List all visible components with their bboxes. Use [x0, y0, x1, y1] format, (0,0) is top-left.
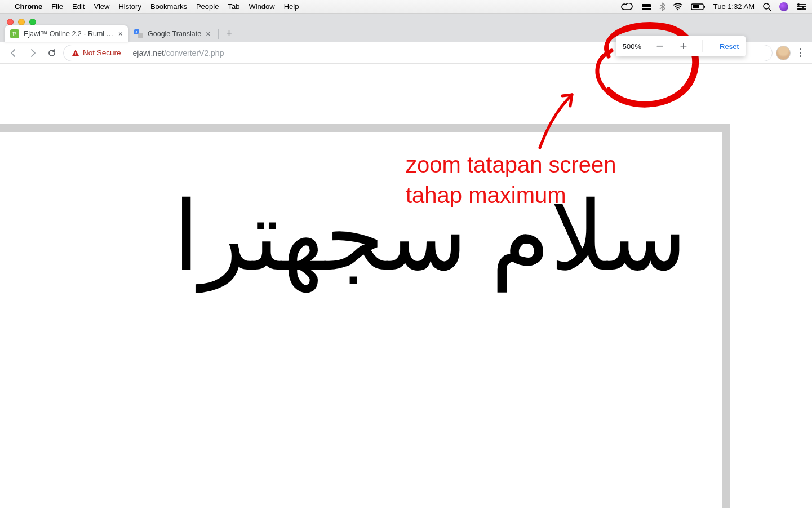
disk-icon[interactable] — [641, 3, 651, 11]
svg-text:A: A — [135, 30, 137, 34]
svg-rect-15 — [138, 33, 143, 38]
url-path: /converterV2.php — [164, 48, 224, 58]
svg-point-6 — [764, 3, 769, 9]
window-close-button[interactable] — [7, 19, 14, 25]
menu-window[interactable]: Window — [249, 2, 274, 11]
zoom-out-button[interactable]: − — [655, 40, 665, 52]
warning-triangle-icon — [72, 49, 79, 57]
annotation-line-1: zoom tatapan screen — [406, 149, 616, 180]
menu-view[interactable]: View — [94, 2, 109, 11]
back-button[interactable] — [6, 45, 21, 61]
svg-rect-0 — [642, 4, 651, 7]
url-host: ejawi.net — [133, 48, 164, 58]
zoom-popup: 500% − + Reset — [616, 36, 746, 56]
svg-rect-18 — [75, 54, 76, 55]
menubar-clock[interactable]: Tue 1:32 AM — [713, 2, 755, 11]
menu-tab[interactable]: Tab — [228, 2, 239, 11]
menu-help[interactable]: Help — [284, 2, 299, 11]
bluetooth-icon[interactable] — [659, 2, 665, 11]
menu-file[interactable]: File — [51, 2, 63, 11]
wifi-icon[interactable] — [673, 3, 683, 11]
menu-people[interactable]: People — [196, 2, 219, 11]
tab-google-translate[interactable]: A Google Translate × — [128, 25, 216, 42]
menu-edit[interactable]: Edit — [72, 2, 85, 11]
annotation-line-2: tahap maximum — [406, 180, 616, 210]
forward-button[interactable] — [25, 45, 41, 61]
page-viewport: سلام سجهترا — [0, 68, 812, 508]
tab-close-icon[interactable]: × — [118, 30, 123, 38]
reload-button[interactable] — [44, 45, 60, 61]
tab-ejawi[interactable]: E Ejawi™ Online 2.2 - Rumi (Rom… × — [5, 25, 128, 42]
spotlight-icon[interactable] — [762, 2, 771, 11]
not-secure-label: Not Secure — [83, 48, 121, 57]
tab-close-icon[interactable]: × — [206, 30, 210, 38]
chrome-menu-button[interactable] — [794, 48, 806, 57]
tab-title: Ejawi™ Online 2.2 - Rumi (Rom… — [24, 30, 114, 38]
creative-cloud-icon[interactable] — [621, 3, 633, 11]
siri-icon[interactable] — [779, 2, 788, 11]
url-text: ejawi.net/converterV2.php — [133, 48, 224, 58]
tab-separator — [218, 29, 219, 39]
macos-menubar: Chrome File Edit View History Bookmarks … — [0, 0, 812, 14]
zoom-percent-label: 500% — [623, 42, 641, 51]
tab-title: Google Translate — [148, 30, 201, 38]
annotation-text: zoom tatapan screen tahap maximum — [406, 149, 616, 210]
svg-point-11 — [797, 3, 800, 6]
svg-point-2 — [677, 8, 678, 10]
content-frame: سلام سجهترا — [0, 124, 730, 508]
svg-rect-17 — [75, 52, 76, 54]
window-fullscreen-button[interactable] — [29, 19, 36, 25]
svg-point-12 — [802, 6, 804, 8]
svg-rect-5 — [704, 6, 705, 8]
svg-line-7 — [769, 8, 771, 11]
profile-avatar[interactable] — [776, 46, 791, 60]
not-secure-badge[interactable]: Not Secure — [72, 48, 121, 57]
control-center-icon[interactable] — [796, 3, 806, 11]
menu-bookmarks[interactable]: Bookmarks — [150, 2, 187, 11]
app-name[interactable]: Chrome — [15, 2, 42, 11]
favicon-ejawi-icon: E — [10, 29, 19, 38]
svg-point-13 — [798, 8, 801, 10]
battery-icon[interactable] — [691, 3, 705, 11]
zoom-in-button[interactable]: + — [678, 40, 689, 52]
favicon-gtranslate-icon: A — [134, 29, 143, 38]
zoom-reset-button[interactable]: Reset — [716, 42, 739, 51]
svg-rect-1 — [642, 8, 651, 10]
menu-history[interactable]: History — [118, 2, 141, 11]
window-minimize-button[interactable] — [18, 19, 25, 25]
omnibox-separator — [127, 48, 127, 58]
zoom-separator — [702, 40, 703, 52]
svg-rect-4 — [693, 5, 699, 8]
new-tab-button[interactable]: + — [221, 25, 237, 41]
